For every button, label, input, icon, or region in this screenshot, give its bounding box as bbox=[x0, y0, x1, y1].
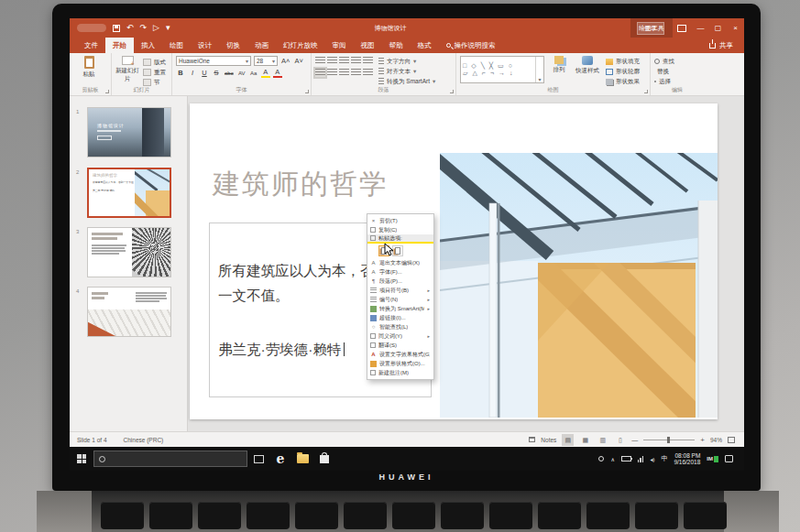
normal-view-button[interactable]: ▤ bbox=[562, 434, 574, 446]
slideshow-view-button[interactable]: ▯ bbox=[614, 434, 626, 446]
layout-button[interactable]: 版式 bbox=[143, 58, 166, 67]
menu-item-font[interactable]: A字体(F)... bbox=[367, 267, 433, 277]
save-icon[interactable] bbox=[113, 25, 120, 32]
bullets-button[interactable] bbox=[315, 57, 325, 65]
volume-icon[interactable]: ◂) bbox=[650, 456, 654, 462]
slide-attribution-text[interactable]: 弗兰克·劳埃德·赖特 bbox=[218, 341, 345, 360]
columns-button[interactable] bbox=[363, 69, 373, 77]
new-slide-button[interactable]: 新建幻灯片 bbox=[115, 56, 139, 87]
edge-taskbar-button[interactable]: e bbox=[269, 447, 291, 471]
shape-fill-button[interactable]: 形状填充 bbox=[606, 57, 640, 66]
menu-item-exit-text-edit[interactable]: A退出文本编辑(X) bbox=[367, 258, 433, 267]
language-indicator[interactable]: Chinese (PRC) bbox=[124, 437, 164, 443]
shape-rect-icon[interactable]: □ bbox=[463, 62, 466, 70]
shape-corner2-icon[interactable]: ¬ bbox=[490, 70, 494, 77]
shape-outline-button[interactable]: 形状轮廓 bbox=[606, 67, 640, 76]
shapes-gallery[interactable]: □ ◇ ╲ ╳ ▭ ○ ▱ △ ⌐ ¬ → bbox=[460, 56, 544, 83]
shape-oval-icon[interactable]: ○ bbox=[509, 62, 512, 70]
drawing-dialog-launcher-icon[interactable] bbox=[644, 90, 648, 93]
strikethrough-button[interactable]: abc bbox=[224, 68, 235, 78]
quick-styles-button[interactable]: 快速样式 bbox=[574, 56, 601, 86]
menu-item-format-text-effects[interactable]: A设置文字效果格式(G)... bbox=[367, 350, 433, 359]
slide-thumbnail-4[interactable] bbox=[87, 287, 171, 337]
start-button[interactable] bbox=[70, 447, 93, 471]
tell-me-search[interactable]: 操作说明搜索 bbox=[439, 38, 503, 53]
restore-button[interactable]: ▢ bbox=[709, 18, 727, 38]
highlight-color-button[interactable]: A bbox=[261, 68, 270, 78]
slide-thumbnail-1[interactable]: 博物馆设计 bbox=[87, 107, 171, 157]
slide-body-text[interactable]: 所有建筑应以人为本，否则 一文不值。 bbox=[218, 258, 389, 308]
italic-button[interactable]: I bbox=[188, 68, 197, 78]
tab-file[interactable]: 文件 bbox=[77, 38, 105, 53]
menu-item-smart-lookup[interactable]: ○智能查找(L) bbox=[367, 322, 433, 331]
tab-review[interactable]: 审阅 bbox=[325, 38, 354, 53]
font-dialog-launcher-icon[interactable] bbox=[305, 90, 309, 93]
minimize-button[interactable]: — bbox=[692, 18, 709, 38]
show-hidden-icons[interactable]: ∧ bbox=[610, 456, 614, 462]
slide-image-architecture[interactable] bbox=[440, 153, 718, 418]
menu-item-convert-smartart[interactable]: 转换为 SmartArt(M)▸ bbox=[367, 304, 433, 313]
arrange-button[interactable]: 排列 bbox=[549, 56, 569, 86]
menu-item-cut[interactable]: ×剪切(T) bbox=[367, 216, 433, 225]
tab-home[interactable]: 开始 bbox=[105, 38, 134, 53]
paragraph-dialog-launcher-icon[interactable] bbox=[450, 90, 454, 93]
underline-button[interactable]: U bbox=[200, 68, 209, 78]
menu-item-hyperlink[interactable]: 超链接(I)... bbox=[367, 313, 433, 322]
shape-line-icon[interactable]: ╲ bbox=[481, 62, 485, 70]
file-explorer-button[interactable] bbox=[291, 447, 313, 471]
menu-item-copy[interactable]: 复制(C) bbox=[367, 225, 433, 234]
font-size-combo[interactable]: 28 ▾ bbox=[254, 56, 278, 66]
bold-button[interactable]: B bbox=[176, 68, 185, 78]
select-button[interactable]: 选择 bbox=[654, 77, 700, 86]
tab-insert[interactable]: 插入 bbox=[134, 38, 162, 53]
slide-sorter-view-button[interactable]: ▦ bbox=[579, 434, 591, 446]
character-spacing-button[interactable]: AV bbox=[237, 68, 247, 78]
battery-icon[interactable] bbox=[621, 456, 631, 461]
reading-view-button[interactable]: ▥ bbox=[597, 434, 608, 446]
decrease-indent-button[interactable] bbox=[339, 57, 349, 65]
network-icon[interactable] bbox=[638, 456, 644, 462]
shadow-button[interactable]: S bbox=[212, 68, 221, 78]
shape-parallelogram-icon[interactable]: ▱ bbox=[463, 70, 467, 77]
shape-arrow-down-icon[interactable]: ↓ bbox=[510, 70, 513, 77]
shapes-more-icon[interactable]: ▾ bbox=[535, 57, 543, 82]
ime-mode-icon[interactable]: IM bbox=[707, 456, 718, 462]
menu-item-new-comment[interactable]: 新建批注(M) bbox=[367, 368, 433, 377]
menu-item-synonyms[interactable]: 同义词(Y)▸ bbox=[367, 331, 433, 341]
clipboard-dialog-launcher-icon[interactable] bbox=[105, 90, 109, 93]
start-slideshow-icon[interactable]: ▷ bbox=[153, 24, 159, 32]
shrink-font-button[interactable]: A˅ bbox=[293, 56, 303, 66]
increase-indent-button[interactable] bbox=[351, 57, 361, 65]
shape-triangle-icon[interactable]: △ bbox=[472, 70, 477, 77]
tab-design[interactable]: 设计 bbox=[191, 38, 219, 53]
line-spacing-button[interactable] bbox=[363, 57, 373, 65]
reset-button[interactable]: 重置 bbox=[143, 68, 166, 77]
tab-slideshow[interactable]: 幻灯片放映 bbox=[276, 38, 325, 53]
menu-item-numbering[interactable]: 编号(N)▸ bbox=[367, 295, 433, 304]
find-button[interactable]: 查找 bbox=[654, 57, 700, 66]
customize-qat-icon[interactable]: ▾ bbox=[166, 24, 170, 32]
shape-rounded-rect-icon[interactable]: ▭ bbox=[498, 62, 504, 70]
close-button[interactable]: × bbox=[727, 18, 744, 38]
numbering-button[interactable] bbox=[327, 57, 337, 65]
change-case-button[interactable]: Aa bbox=[249, 68, 258, 78]
font-color-button[interactable]: A bbox=[273, 68, 282, 78]
task-view-button[interactable] bbox=[247, 447, 269, 471]
menu-item-bullets[interactable]: 项目符号(B)▸ bbox=[367, 286, 433, 295]
tab-transitions[interactable]: 切换 bbox=[219, 38, 247, 53]
slide-thumbnail-3[interactable] bbox=[87, 227, 171, 277]
tab-draw[interactable]: 绘图 bbox=[162, 38, 191, 53]
text-direction-button[interactable]: 文字方向▾ bbox=[378, 57, 435, 66]
tab-format[interactable]: 格式 bbox=[411, 38, 439, 53]
cortana-search-box[interactable] bbox=[93, 451, 247, 467]
convert-smartart-button[interactable]: 转换为 SmartArt▾ bbox=[378, 77, 435, 86]
sign-in-button[interactable]: 登录 bbox=[637, 22, 664, 35]
redo-icon[interactable]: ↷ bbox=[140, 24, 148, 32]
paste-button[interactable]: 粘贴 bbox=[73, 56, 104, 79]
align-left-button[interactable] bbox=[315, 69, 325, 77]
zoom-in-button[interactable]: + bbox=[700, 436, 705, 444]
align-center-button[interactable] bbox=[327, 69, 337, 77]
ribbon-display-options-icon[interactable] bbox=[677, 25, 686, 32]
notes-button[interactable]: Notes bbox=[541, 437, 556, 443]
zoom-out-button[interactable]: — bbox=[631, 437, 638, 443]
